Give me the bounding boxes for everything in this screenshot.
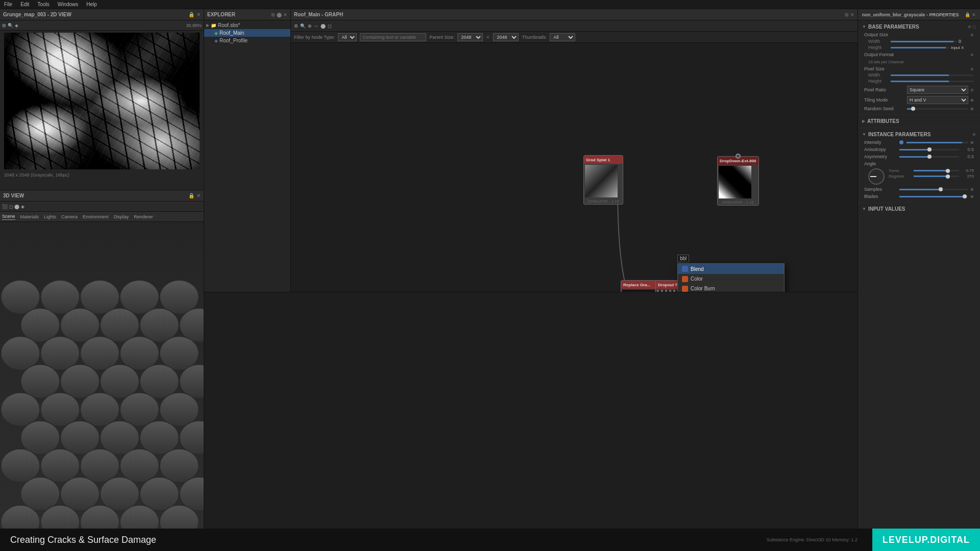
intensity-label: Intensity <box>864 140 897 145</box>
toolbar-icon-4[interactable]: ↔ <box>314 23 318 29</box>
explorer-item-roof-sbs[interactable]: ▶ 📁 Roof.sbs* <box>204 21 290 29</box>
prop-panel-title: non_uniform_blur_grayscale - PROPERTIES <box>862 12 959 17</box>
filter-size2[interactable]: 2048 <box>493 33 519 41</box>
filter-label-nodetype: Filter by Node Type: <box>294 35 335 40</box>
item-label: Roof.sbs* <box>218 22 240 28</box>
px-height-label: Height <box>868 79 889 84</box>
tiling-link[interactable]: ⊕ <box>970 98 974 103</box>
3d-toolbar-btn4[interactable]: ◈ <box>21 204 24 209</box>
menu-help[interactable]: Help <box>86 2 97 7</box>
tab-environment[interactable]: Environment <box>83 214 109 219</box>
graph-close[interactable]: ✕ <box>850 12 854 17</box>
intensity-link[interactable]: ⊕ <box>970 140 974 145</box>
filter-nodetype-dropdown[interactable]: All <box>338 33 357 41</box>
turns-value: 0.75 <box>961 168 974 173</box>
explorer-item-roof-profile[interactable]: ◈ Roof_Profile <box>204 37 290 44</box>
explorer-btn2[interactable]: ⬤ <box>277 12 282 17</box>
dropdown-item-color[interactable]: Color <box>678 274 784 284</box>
prop-asymmetry: Asymmetry 0.5 <box>858 153 980 160</box>
dropdown-item-color-burn[interactable]: Color Burn <box>678 284 784 292</box>
menu-file[interactable]: File <box>4 2 12 7</box>
tiling-select[interactable]: H and V <box>907 96 968 104</box>
blades-link[interactable]: ⊕ <box>970 194 974 199</box>
channel-icon[interactable]: ◈ <box>15 23 18 28</box>
tab-scene[interactable]: Scene <box>2 214 15 220</box>
menu-tools[interactable]: Tools <box>37 2 49 7</box>
seed-label: Random Seed <box>864 106 905 111</box>
brand-text: LEVELUP.DIGITAL <box>883 535 970 545</box>
pixel-size-link[interactable]: ⊕ <box>970 67 974 71</box>
tab-camera[interactable]: Camera <box>61 214 78 219</box>
node-title-2: DropDown-Ext-800 <box>720 159 756 163</box>
px-width-label: Width <box>868 72 889 78</box>
instance-btn[interactable]: ⊕ <box>972 132 976 137</box>
seed-link[interactable]: ⊕ <box>970 107 974 111</box>
explorer-close[interactable]: ✕ <box>283 12 287 17</box>
3d-toolbar-btn1[interactable]: ⬛ <box>2 204 8 209</box>
asymmetry-value: 0.5 <box>961 154 974 159</box>
toolbar-icon-3[interactable]: ⊕ <box>308 23 312 29</box>
graph-header: Roof_Main - GRAPH ⊞ ✕ <box>291 9 857 20</box>
anisotropy-label: Anisotropy <box>864 147 897 152</box>
fit-icon[interactable]: ⊞ <box>2 23 6 28</box>
toolbar-icon-5[interactable]: ⬤ <box>321 23 326 29</box>
tab-display[interactable]: Display <box>114 214 129 219</box>
panel-2d: Grunge_map_003 - 2D VIEW 🔒 ✕ ⊞ 🔍 ◈ 30.88… <box>0 9 204 190</box>
view-2d-info: 2048 x 2048 (Grayscale, 16bpc) <box>0 171 204 179</box>
dropdown-item-blend[interactable]: Blend <box>678 264 784 274</box>
pixel-size-label: Pixel Size <box>864 66 905 71</box>
panel-3d-close[interactable]: ✕ <box>197 193 201 198</box>
base-btn2[interactable]: ◻ <box>972 24 976 29</box>
section-attr-header[interactable]: ▶ ATTRIBUTES <box>858 117 980 126</box>
explorer-btn1[interactable]: ⊞ <box>271 12 275 17</box>
section-instance-title: INSTANCE PARAMETERS <box>868 132 930 137</box>
pixel-ratio-link[interactable]: ⊕ <box>970 88 974 92</box>
section-base-header[interactable]: ▼ BASE PARAMETERS ⊕ ◻ <box>858 22 980 31</box>
prop-pixel-size: Pixel Size ⊕ Width Height <box>858 65 980 85</box>
section-instance-header[interactable]: ▼ INSTANCE PARAMETERS ⊕ <box>858 130 980 139</box>
tab-lights[interactable]: Lights <box>44 214 56 219</box>
samples-label: Samples <box>864 187 897 192</box>
graph-icon-1: ◈ <box>214 31 218 36</box>
tab-renderer[interactable]: Renderer <box>134 214 153 219</box>
prop-angle: Angle Turns 0.75 <box>858 160 980 186</box>
base-btn1[interactable]: ⊕ <box>968 24 971 29</box>
lock-icon[interactable]: 🔒 <box>188 12 194 17</box>
3d-toolbar-btn2[interactable]: ◻ <box>9 204 13 209</box>
menu-edit[interactable]: Edit <box>20 2 29 7</box>
prop-lock-icon[interactable]: 🔒 <box>965 12 970 17</box>
graph-title: Roof_Main - GRAPH <box>294 12 343 17</box>
node-dropdown[interactable]: DropDown-Ext-800 2048x2048 - 1.16 <box>717 156 759 206</box>
blades-label: Blades <box>864 194 897 199</box>
bottom-graph-area <box>204 292 857 551</box>
roof-svg <box>0 222 204 541</box>
filter-thumbnails[interactable]: All <box>550 33 575 41</box>
close-icon[interactable]: ✕ <box>197 12 201 17</box>
view-2d-toolbar: ⊞ 🔍 ◈ 30.88% <box>0 20 204 31</box>
degrees-label: Degrees <box>889 174 912 179</box>
samples-link[interactable]: ⊕ <box>970 187 974 192</box>
format-link[interactable]: ⊕ <box>970 53 974 57</box>
node-grad-splat[interactable]: Grad Splat 1 2048x2048 - 1.16 <box>583 155 623 205</box>
tab-materials[interactable]: Materials <box>20 214 39 219</box>
toolbar-icon-2[interactable]: 🔍 <box>300 23 306 29</box>
3d-toolbar-btn3[interactable]: ⬤ <box>14 204 19 209</box>
section-input-header[interactable]: ▼ INPUT VALUES <box>858 205 980 213</box>
filter-text-input[interactable] <box>360 33 426 41</box>
menu-windows[interactable]: Windows <box>58 2 79 7</box>
blades-thumb <box>963 194 967 198</box>
toolbar-icon-6[interactable]: ◻ <box>328 23 331 29</box>
prop-close-icon[interactable]: ✕ <box>972 12 976 17</box>
output-size-link[interactable]: ⊕ <box>970 33 974 37</box>
explorer-item-roof-main[interactable]: ◈ Roof_Main <box>204 29 290 37</box>
section-instance-params: ▼ INSTANCE PARAMETERS ⊕ Intensity ⊕ An <box>858 128 980 203</box>
toolbar-icon-1[interactable]: ⚙ <box>294 23 298 29</box>
prop-samples: Samples ⊕ <box>858 186 980 193</box>
node-replace-gra[interactable]: Replace Gra... 2048x2048 - 1.16 <box>621 280 660 292</box>
width-slider-fill <box>891 41 953 42</box>
pixel-ratio-select[interactable]: Square <box>907 86 968 94</box>
graph-btn1[interactable]: ⊞ <box>845 12 849 17</box>
panel-3d-lock[interactable]: 🔒 <box>188 193 194 198</box>
filter-parent-size[interactable]: 2048 <box>457 33 483 41</box>
zoom-icon[interactable]: 🔍 <box>8 23 13 28</box>
